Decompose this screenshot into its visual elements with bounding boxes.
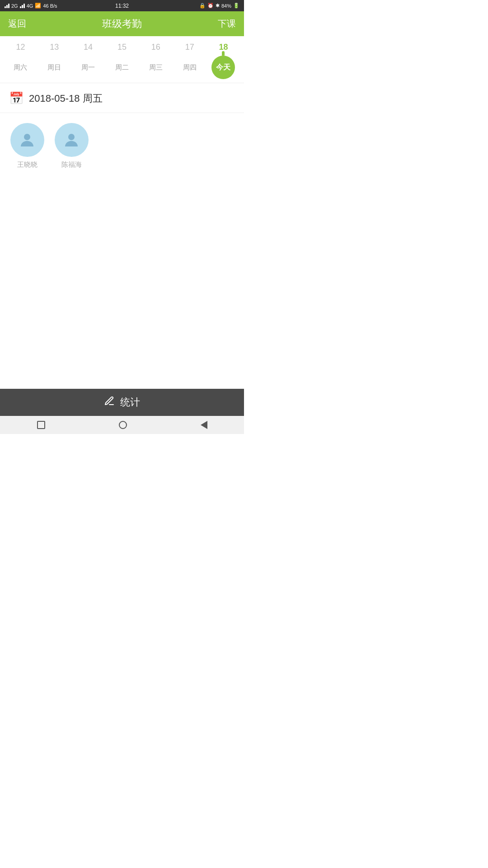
status-time: 11:32 [115,3,129,9]
weekday-wed[interactable]: 周三 [142,63,169,72]
svg-point-1 [68,134,75,140]
system-nav-bar [0,416,244,434]
student-name-chen: 陈福海 [61,160,82,169]
recent-apps-button[interactable] [37,421,45,429]
person-icon [18,131,37,150]
date-number-row: 12 13 14 15 16 17 18 [0,42,244,54]
battery-icon: 🔋 [233,3,239,9]
home-button[interactable] [119,421,127,429]
svg-point-0 [24,134,30,140]
circle-icon [119,421,127,429]
calendar-icon: 📅 [9,91,23,105]
weekday-sat[interactable]: 周六 [7,63,34,72]
pencil-icon [104,396,115,406]
date-num-15[interactable]: 15 [108,42,136,52]
status-bar: 2G 4G 📶 46 B/s 11:32 🔒 ⏰ ✱ 84% 🔋 [0,0,244,11]
today-bubble[interactable]: 今天 [210,56,237,79]
date-picker: 12 13 14 15 16 17 18 周六 周日 周一 周二 周三 周四 今… [0,36,244,83]
current-date-row: 📅 2018-05-18 周五 [0,83,244,113]
lock-icon: 🔒 [199,3,206,9]
avatar-chen [55,123,89,157]
square-icon [37,421,45,429]
date-num-12[interactable]: 12 [7,42,34,52]
stats-button[interactable]: 统计 [0,389,244,416]
weekday-sun[interactable]: 周日 [41,63,68,72]
student-item[interactable]: 陈福海 [53,123,89,169]
bluetooth-icon: ✱ [216,3,220,9]
weekday-mon[interactable]: 周一 [75,63,102,72]
network-4g-label: 4G [27,3,33,9]
weekday-thu[interactable]: 周四 [176,63,203,72]
date-num-18[interactable]: 18 [210,42,237,52]
signal-2g-icon [5,4,9,8]
status-right: 🔒 ⏰ ✱ 84% 🔋 [199,3,239,9]
date-num-17[interactable]: 17 [176,42,203,52]
date-num-14[interactable]: 14 [75,42,102,52]
student-name-wang: 王晓晓 [17,160,38,169]
page-title: 班级考勤 [102,17,142,31]
nav-bar: 返回 班级考勤 下课 [0,11,244,36]
back-triangle-icon [201,421,207,429]
stats-label: 统计 [120,396,140,409]
end-class-button[interactable]: 下课 [218,18,236,30]
avatar-wang [10,123,44,157]
network-2g-label: 2G [11,3,18,9]
back-nav-button[interactable] [201,421,207,429]
alarm-icon: ⏰ [207,3,214,9]
student-list: 王晓晓 陈福海 [0,113,244,179]
date-num-13[interactable]: 13 [41,42,68,52]
today-label[interactable]: 今天 [211,56,235,79]
battery-label: 84% [221,3,231,9]
edit-icon [104,396,115,409]
status-left: 2G 4G 📶 46 B/s [5,3,57,9]
student-item[interactable]: 王晓晓 [9,123,45,169]
date-weekday-row: 周六 周日 周一 周二 周三 周四 今天 [0,54,244,79]
signal-4g-icon [20,4,25,8]
back-button[interactable]: 返回 [8,18,26,30]
current-date-text: 2018-05-18 周五 [29,92,103,105]
wifi-icon: 📶 [35,3,41,9]
weekday-tue[interactable]: 周二 [108,63,136,72]
date-num-16[interactable]: 16 [142,42,169,52]
speed-label: 46 B/s [43,3,57,9]
person-icon [62,131,81,150]
